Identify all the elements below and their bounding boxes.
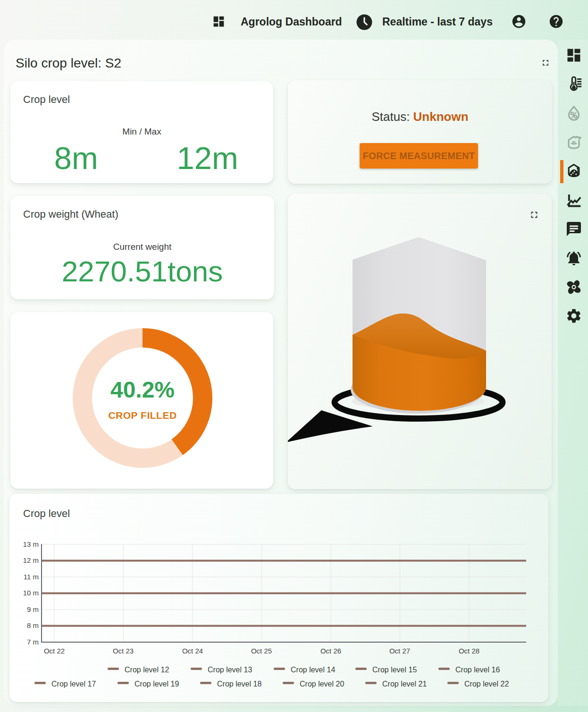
svg-text:Crop level 17: Crop level 17 [51,680,96,688]
svg-text:9 m: 9 m [27,605,39,613]
svg-text:Crop level 15: Crop level 15 [372,666,417,674]
svg-text:7 m: 7 m [27,638,39,646]
svg-text:40.2%: 40.2% [110,377,175,402]
svg-text:Crop level 14: Crop level 14 [291,666,335,674]
svg-text:Oct 26: Oct 26 [320,647,341,655]
svg-text:Oct 28: Oct 28 [459,647,479,655]
svg-text:Crop level 18: Crop level 18 [217,680,261,688]
svg-text:8 m: 8 m [27,621,39,629]
svg-text:Crop level 16: Crop level 16 [455,666,500,674]
svg-text:Crop level 12: Crop level 12 [125,666,169,674]
svg-text:13 m: 13 m [23,540,39,548]
svg-text:10 m: 10 m [23,589,39,597]
svg-text:11 m: 11 m [24,573,39,581]
svg-text:Crop level 22: Crop level 22 [464,680,509,688]
svg-text:Oct 22: Oct 22 [44,647,65,655]
svg-text:CROP FILLED: CROP FILLED [108,410,176,421]
svg-text:Oct 23: Oct 23 [113,647,134,655]
svg-text:12 m: 12 m [23,556,39,564]
svg-text:Crop level 21: Crop level 21 [382,680,427,688]
svg-text:Oct 27: Oct 27 [389,647,410,655]
svg-text:Crop level 20: Crop level 20 [300,680,344,688]
svg-text:Crop level 13: Crop level 13 [208,666,252,674]
svg-text:Crop level 19: Crop level 19 [134,680,179,688]
svg-text:Oct 24: Oct 24 [182,647,203,655]
svg-text:Oct 25: Oct 25 [251,647,272,655]
